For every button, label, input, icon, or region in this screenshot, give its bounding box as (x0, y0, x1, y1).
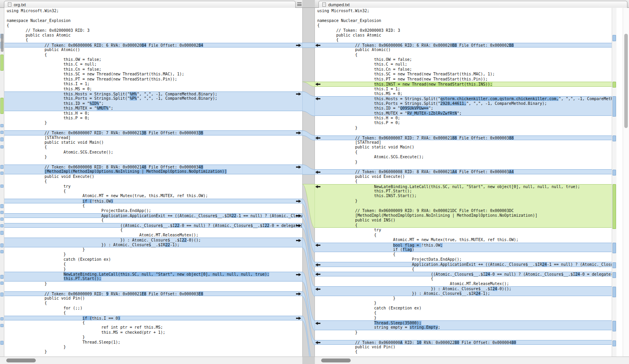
push-change-right-arrow[interactable] (296, 292, 301, 296)
push-change-left-arrow[interactable] (315, 341, 320, 344)
left-horizontal-scrollbar[interactable] (0, 357, 302, 364)
push-change-left-arrow[interactable] (315, 287, 320, 291)
map-mark-changed[interactable] (0, 137, 4, 141)
push-change-left-arrow[interactable] (315, 44, 320, 47)
map-mark-changed[interactable] (0, 317, 4, 320)
map-mark-changed[interactable] (612, 272, 616, 278)
push-change-left-arrow[interactable] (315, 170, 320, 174)
map-mark-changed[interactable] (612, 96, 616, 117)
code-line: this.C = null; (4, 62, 302, 67)
code-line: this.C = null; (315, 62, 612, 67)
right-horizontal-scrollbar-thumb[interactable] (321, 359, 351, 362)
code-line: Atomic.SCG.Execute(); (4, 150, 302, 155)
push-change-right-arrow[interactable] (296, 199, 301, 203)
map-mark-changed[interactable] (0, 165, 4, 169)
push-change-left-arrow[interactable] (315, 82, 320, 86)
right-horizontal-scrollbar[interactable] (315, 357, 629, 364)
map-mark-changed[interactable] (0, 224, 4, 227)
left-vertical-scrollbar-thumb[interactable] (1, 34, 4, 52)
code-line: { (315, 150, 612, 155)
left-horizontal-scrollbar-thumb[interactable] (6, 359, 36, 362)
map-mark-changed[interactable] (0, 124, 4, 127)
push-change-right-arrow[interactable] (296, 214, 301, 218)
map-mark-inserted[interactable] (612, 82, 616, 88)
map-mark-changed[interactable] (0, 243, 4, 247)
map-mark-changed[interactable] (0, 293, 4, 296)
map-mark-changed[interactable] (0, 282, 4, 285)
map-mark-changed[interactable] (612, 35, 616, 41)
map-mark-inserted[interactable] (612, 184, 616, 229)
inline-diff-highlight: ) (111, 199, 113, 203)
tab-label-org: org.txt (14, 2, 26, 7)
code-line (4, 160, 302, 165)
push-change-left-arrow[interactable] (315, 185, 320, 188)
code-line (315, 165, 612, 169)
map-mark-changed[interactable] (0, 131, 4, 134)
code-line: public void Pin() (315, 345, 612, 349)
map-mark-inserted[interactable] (0, 98, 4, 114)
map-mark-changed[interactable] (612, 262, 616, 268)
map-mark-changed[interactable] (612, 321, 616, 331)
map-mark-changed[interactable] (0, 145, 4, 148)
push-change-right-arrow[interactable] (296, 165, 301, 169)
code-line: public void Execute() (315, 174, 612, 179)
code-line: this.MUTEX = "%MUT%"; (4, 106, 302, 111)
map-mark-changed[interactable] (612, 135, 616, 141)
tab-org-txt[interactable]: org.txt (4, 1, 296, 8)
code-line: Thread.Sleep(1); (4, 340, 302, 345)
push-change-right-arrow[interactable] (296, 273, 301, 276)
push-change-left-arrow[interactable] (315, 322, 320, 325)
map-mark-changed[interactable] (0, 250, 4, 253)
code-line: using Microsoft.Win32; (4, 9, 302, 13)
push-change-left-arrow[interactable] (315, 273, 320, 276)
code-line: try (315, 228, 612, 232)
push-change-right-arrow[interactable] (296, 44, 301, 47)
map-mark-changed[interactable] (0, 218, 4, 221)
map-mark-changed[interactable] (0, 185, 4, 188)
push-change-left-arrow[interactable] (315, 263, 320, 267)
push-change-left-arrow[interactable] (315, 97, 320, 101)
map-mark-changed[interactable] (612, 287, 616, 297)
left-editor[interactable]: using Microsoft.Win32;namespace Nuclear_… (4, 8, 302, 357)
map-mark-changed[interactable] (0, 231, 4, 235)
map-mark-changed[interactable] (0, 211, 4, 214)
right-vertical-scrollbar[interactable] (623, 8, 629, 357)
right-vertical-scrollbar-thumb[interactable] (624, 34, 628, 128)
inline-diff-highlight: qstorm.chickenkiller.com,qstorm.chickenk… (440, 97, 559, 101)
map-mark-changed[interactable] (612, 243, 616, 253)
code-line: // Token: 0x06000006 RID: 6 RVA: 0x00002… (4, 43, 302, 48)
map-mark-inserted[interactable] (0, 55, 4, 71)
map-mark-changed[interactable] (0, 275, 4, 279)
code-line: if (this.I == 0) (4, 316, 302, 320)
push-change-right-arrow[interactable] (296, 131, 301, 135)
push-change-right-arrow[interactable] (296, 92, 301, 96)
push-change-right-arrow[interactable] (296, 224, 301, 227)
inline-diff-highlight: string.Empty (410, 325, 438, 329)
code-line: }) : Atomic._Closure$__.$IR22-1); (4, 243, 302, 247)
tab-dumped-txt[interactable]: dumped.txt (318, 1, 627, 8)
inline-diff-highlight: 84 (199, 43, 203, 48)
map-mark-changed[interactable] (0, 341, 4, 345)
push-change-left-arrow[interactable] (315, 136, 320, 140)
map-mark-changed[interactable] (0, 172, 4, 175)
map-mark-changed[interactable] (0, 204, 4, 208)
push-change-left-arrow[interactable] (315, 243, 320, 247)
code-line: Atomic.MT = new Mutex(true, this.MUTEX, … (4, 194, 302, 198)
right-editor[interactable]: using Microsoft.Win32;namespace Nuclear_… (315, 8, 612, 357)
push-change-right-arrow[interactable] (296, 316, 301, 320)
left-diff-map[interactable] (0, 8, 4, 357)
code-line: // Token: 0x0600000A RID: 10 RVA: 0x0000… (315, 340, 612, 345)
diff-gutter (302, 8, 315, 357)
pane-menu-icon[interactable] (297, 2, 302, 6)
code-line: } (315, 126, 612, 130)
code-line: this.Ports = Strings.Split("2928,44611,"… (315, 101, 612, 106)
left-code: using Microsoft.Win32;namespace Nuclear_… (4, 9, 302, 355)
right-diff-map[interactable] (612, 8, 616, 357)
code-line: { (315, 233, 612, 238)
code-line: this.Hosts = Strings.Split("qstorm.chick… (315, 96, 612, 101)
push-change-right-arrow[interactable] (296, 239, 301, 242)
map-mark-changed[interactable] (612, 170, 616, 176)
map-mark-changed[interactable] (0, 324, 4, 327)
map-mark-changed[interactable] (612, 340, 616, 346)
code-line: this.MS = checked(ptr + 1); (4, 330, 302, 335)
